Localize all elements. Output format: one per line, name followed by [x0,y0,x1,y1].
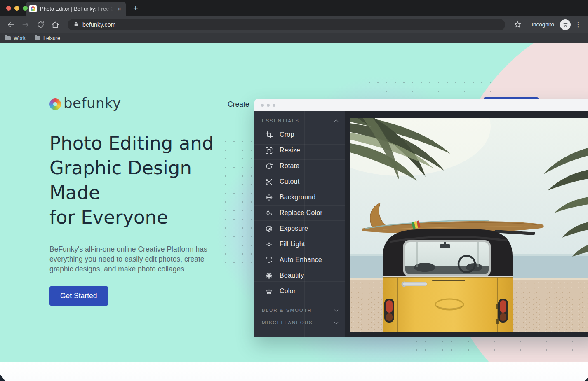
chevron-up-icon [334,119,339,123]
beautify-icon [264,271,273,280]
window-dot [261,104,264,107]
van [383,229,513,332]
tool-label: Resize [280,147,300,154]
logo-text: befunky [64,95,121,111]
editor-sidebar: ESSENTIALS Crop Resize [254,111,345,337]
window-dot [267,104,270,107]
forward-button[interactable] [19,18,32,31]
tool-label: Color [280,288,296,295]
minimize-window-button[interactable] [14,6,19,11]
nav-link-create[interactable]: Create [228,100,249,109]
headline-line: Photo Editing and [49,131,227,156]
hero-section: befunky Create Learn Support Sign In Get… [0,43,588,362]
tab-close-icon[interactable]: × [116,5,122,12]
page-viewport: befunky Create Learn Support Sign In Get… [0,43,588,381]
exposure-icon [264,224,273,233]
browser-toolbar: befunky.com Incognito ⋮ [0,16,588,33]
hero-description: BeFunky's all-in-one online Creative Pla… [49,244,214,274]
tool-label: Cutout [280,178,299,185]
color-icon [264,287,273,296]
tool-exposure[interactable]: Exposure [254,221,345,236]
next-section [0,362,588,381]
cutout-icon [264,177,273,186]
tab-title: Photo Editor | BeFunky: Free Onl [40,6,113,12]
background-icon [264,193,273,202]
headline-line: Graphic Design Made [49,156,227,205]
bookmark-label: Leisure [43,35,60,41]
befunky-logo[interactable]: befunky [49,95,121,111]
tool-cutout[interactable]: Cutout [254,174,345,189]
replace-color-icon [264,208,273,217]
incognito-avatar-icon[interactable] [560,19,571,30]
hero-get-started-button[interactable]: Get Started [49,286,108,306]
chevron-down-icon [334,320,339,324]
page-headline: Photo Editing and Graphic Design Made fo… [49,131,227,230]
folder-icon [35,36,40,40]
bookmark-folder-work[interactable]: Work [5,35,26,41]
folder-icon [5,36,11,40]
tool-label: Background [280,194,315,201]
bookmarks-bar: Work Leisure [0,33,588,43]
menu-button[interactable]: ⋮ [572,19,584,30]
headline-line: for Everyone [49,205,227,230]
resize-icon [264,146,273,155]
tool-crop[interactable]: Crop [254,127,345,143]
tool-resize[interactable]: Resize [254,143,345,158]
fill-light-icon [264,240,273,249]
editor-canvas [345,111,588,337]
bookmark-folder-leisure[interactable]: Leisure [35,35,60,41]
logo-wheel-icon [49,98,61,110]
close-window-button[interactable] [6,6,11,11]
bookmark-star-button[interactable] [511,18,524,31]
auto-enhance-icon [264,255,273,264]
reload-button[interactable] [34,18,47,31]
tool-label: Replace Color [280,209,322,217]
tab-strip: Photo Editor | BeFunky: Free Onl × + [0,0,588,16]
home-button[interactable] [49,18,62,31]
hero-copy: Photo Editing and Graphic Design Made fo… [49,131,227,306]
browser-tab[interactable]: Photo Editor | BeFunky: Free Onl × [26,2,126,16]
dots-pattern [412,337,586,355]
section-miscellaneous[interactable]: MISCELLANEOUS [254,316,345,329]
editor-titlebar [254,99,588,111]
tool-background[interactable]: Background [254,189,345,205]
tool-label: Rotate [280,162,299,170]
tool-replace-color[interactable]: Replace Color [254,205,345,221]
tool-label: Crop [280,131,294,138]
browser-window: Photo Editor | BeFunky: Free Onl × + bef… [0,0,588,381]
tool-beautify[interactable]: Beautify [254,268,345,283]
section-blur-smooth[interactable]: BLUR & SMOOTH [254,304,345,316]
befunky-favicon-icon [29,5,37,12]
zoom-window-button[interactable] [23,6,28,11]
tool-fill-light[interactable]: Fill Light [254,236,345,252]
window-controls [6,6,28,11]
chevron-down-icon [334,308,339,312]
section-essentials[interactable]: ESSENTIALS [254,115,345,127]
new-tab-button[interactable]: + [129,2,142,14]
tool-label: Beautify [280,272,304,279]
section-corner-artifact [0,374,5,381]
rotate-icon [264,161,273,171]
tool-label: Fill Light [280,241,305,248]
tool-auto-enhance[interactable]: Auto Enhance [254,252,345,268]
incognito-label: Incognito [532,21,554,28]
beach-van-photo [350,118,588,332]
back-button[interactable] [4,18,17,31]
crop-icon [264,130,273,139]
section-label: ESSENTIALS [262,118,299,123]
editor-app-window: ESSENTIALS Crop Resize [254,99,588,337]
tool-color[interactable]: Color [254,283,345,299]
tool-label: Auto Enhance [280,256,322,264]
bookmark-label: Work [14,35,26,41]
canvas-photo [350,118,588,332]
window-dot [273,104,275,107]
tool-rotate[interactable]: Rotate [254,158,345,174]
tool-label: Exposure [280,225,308,232]
section-corner-artifact [584,377,588,381]
address-bar[interactable]: befunky.com [68,19,505,30]
lock-icon [73,21,79,28]
url-text: befunky.com [82,21,116,28]
section-label: MISCELLANEOUS [262,320,313,325]
section-label: BLUR & SMOOTH [262,308,312,313]
